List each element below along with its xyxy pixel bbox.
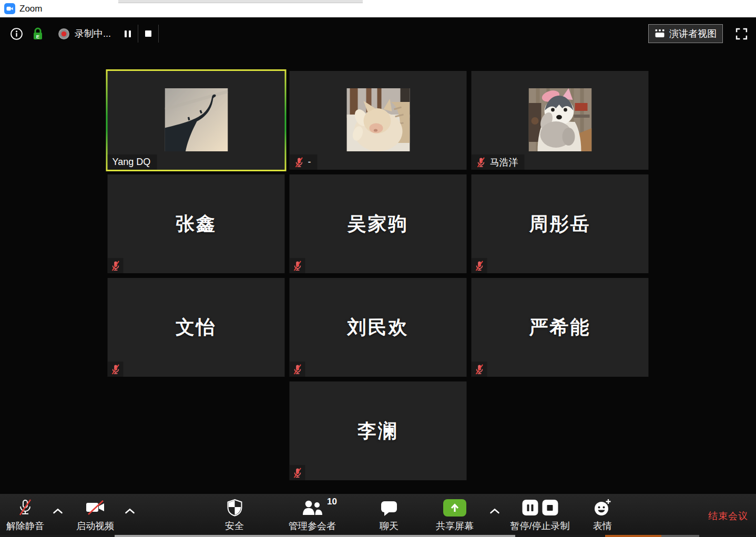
- muted-mic-icon: [290, 362, 305, 377]
- participant-tile[interactable]: 马浩洋: [472, 71, 649, 170]
- muted-mic-icon: [16, 498, 34, 517]
- manage-participants-label: 管理参会者: [289, 520, 336, 532]
- muted-mic-icon: [294, 157, 304, 168]
- taskbar-edge: [0, 535, 756, 537]
- participant-name: 张鑫: [108, 174, 285, 273]
- share-screen-label: 共享屏幕: [436, 520, 474, 532]
- divider: [158, 25, 159, 43]
- participant-name: -: [308, 157, 311, 168]
- speaker-view-button[interactable]: 演讲者视图: [648, 24, 723, 43]
- participant-name: 文怡: [108, 278, 285, 377]
- meeting-area: E 录制中... 演讲者视图 Yang DQ: [0, 17, 756, 494]
- participant-count-badge: 10: [327, 497, 337, 507]
- chat-button[interactable]: 聊天: [380, 498, 399, 532]
- video-grid-row: 张鑫 吴家驹 周彤岳: [108, 174, 649, 273]
- speaker-view-icon: [655, 29, 665, 38]
- background-window-edge: [118, 0, 363, 3]
- tile-frame: 刘民欢: [290, 278, 467, 377]
- reactions-label: 表情: [593, 520, 612, 532]
- participant-name-label: -: [290, 154, 318, 170]
- muted-mic-icon: [290, 258, 305, 273]
- participant-tile[interactable]: 李澜: [290, 381, 467, 480]
- stop-record-icon[interactable]: [542, 500, 558, 515]
- manage-participants-button[interactable]: 10 管理参会者: [289, 498, 336, 532]
- participant-tile[interactable]: 严希能: [472, 278, 649, 377]
- muted-mic-icon: [108, 258, 124, 273]
- tile-frame: 严希能: [472, 278, 649, 377]
- window-titlebar: Zoom: [0, 0, 756, 17]
- recording-status-text: 录制中...: [75, 27, 111, 40]
- security-label: 安全: [225, 520, 244, 532]
- tile-frame: 马浩洋: [472, 71, 649, 170]
- participant-tile[interactable]: Yang DQ: [108, 71, 285, 170]
- start-video-label: 启动视频: [76, 520, 114, 532]
- video-grid: Yang DQ - 马浩洋张: [108, 71, 649, 480]
- participant-name: 马浩洋: [490, 156, 518, 169]
- participant-name-label: Yang DQ: [108, 154, 157, 170]
- security-button[interactable]: 安全: [225, 498, 244, 532]
- video-grid-row: 李澜: [108, 381, 649, 480]
- recording-indicator-icon: [58, 28, 70, 40]
- reactions-button[interactable]: 表情: [593, 498, 612, 532]
- participant-name: Yang DQ: [113, 157, 151, 168]
- participant-name-label: 马浩洋: [472, 154, 525, 170]
- shield-icon: [226, 498, 243, 517]
- top-controls: E 录制中... 演讲者视图: [0, 23, 756, 45]
- end-meeting-button[interactable]: 结束会议: [708, 510, 748, 522]
- unmute-button[interactable]: 解除静音: [6, 498, 44, 532]
- share-options-chevron-icon[interactable]: [489, 508, 500, 514]
- participant-tile[interactable]: 吴家驹: [290, 174, 467, 273]
- fullscreen-icon[interactable]: [735, 28, 748, 40]
- participant-tile[interactable]: 文怡: [108, 278, 285, 377]
- pause-recording-icon[interactable]: [125, 30, 131, 37]
- tile-frame: 文怡: [108, 278, 285, 377]
- participant-tile[interactable]: -: [290, 71, 467, 170]
- muted-mic-icon: [472, 362, 487, 377]
- avatar: [528, 88, 591, 151]
- video-grid-row: 文怡 刘民欢 严希能: [108, 278, 649, 377]
- avatar: [165, 88, 228, 151]
- participant-tile[interactable]: 周彤岳: [472, 174, 649, 273]
- reactions-smiley-icon: [593, 498, 612, 517]
- tile-frame: 李澜: [290, 381, 467, 480]
- tile-frame: 吴家驹: [290, 174, 467, 273]
- muted-mic-icon: [108, 362, 124, 377]
- muted-mic-icon: [290, 465, 305, 480]
- tile-frame: 张鑫: [108, 174, 285, 273]
- meeting-toolbar: 解除静音 启动视频 安全 10 管理参会者 聊天: [0, 494, 756, 537]
- taskbar-segment: [605, 535, 661, 537]
- pause-record-icon[interactable]: [522, 500, 538, 515]
- pause-stop-record-label: 暂停/停止录制: [510, 520, 569, 532]
- participants-icon: 10: [301, 498, 324, 517]
- tile-frame: 周彤岳: [472, 174, 649, 273]
- unmute-label: 解除静音: [6, 520, 44, 532]
- chat-label: 聊天: [380, 520, 399, 532]
- meeting-info-icon[interactable]: [10, 27, 23, 40]
- taskbar-segment: [115, 535, 515, 537]
- participant-tile[interactable]: 张鑫: [108, 174, 285, 273]
- participant-name: 吴家驹: [290, 174, 467, 273]
- share-screen-icon: [443, 499, 466, 517]
- pause-stop-record-button[interactable]: 暂停/停止录制: [510, 498, 569, 532]
- video-grid-row: Yang DQ - 马浩洋: [108, 71, 649, 170]
- taskbar-segment: [661, 535, 699, 537]
- active-speaker-frame: Yang DQ: [106, 69, 287, 171]
- muted-mic-icon: [472, 258, 487, 273]
- stop-recording-icon[interactable]: [145, 30, 151, 37]
- zoom-app-icon: [4, 3, 15, 14]
- participant-tile[interactable]: 刘民欢: [290, 278, 467, 377]
- participant-name: 刘民欢: [290, 278, 467, 377]
- svg-text:E: E: [36, 34, 39, 39]
- audio-options-chevron-icon[interactable]: [53, 508, 63, 514]
- participant-name: 李澜: [290, 381, 467, 480]
- share-screen-button[interactable]: 共享屏幕: [436, 498, 474, 532]
- participant-name: 严希能: [472, 278, 649, 377]
- chat-icon: [380, 498, 399, 517]
- avatar: [346, 88, 410, 151]
- video-options-chevron-icon[interactable]: [125, 508, 135, 514]
- window-title: Zoom: [19, 4, 42, 14]
- start-video-button[interactable]: 启动视频: [76, 498, 114, 532]
- speaker-view-label: 演讲者视图: [669, 27, 717, 40]
- participant-name: 周彤岳: [472, 174, 649, 273]
- camera-off-icon: [84, 498, 106, 517]
